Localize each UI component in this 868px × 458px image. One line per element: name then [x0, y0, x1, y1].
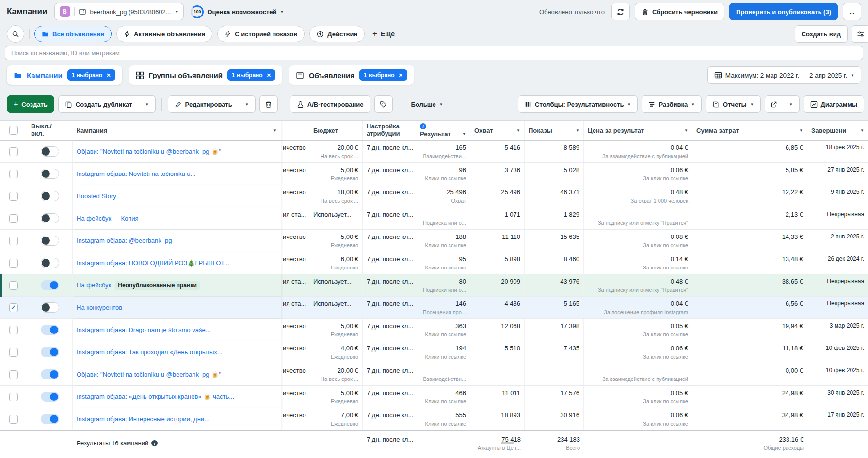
create-view-button[interactable]: Создать вид: [795, 25, 848, 43]
header-ends[interactable]: Завершени▼: [807, 121, 868, 140]
columns-button[interactable]: Столбцы: Результативность ▼: [518, 95, 638, 113]
campaign-name-link[interactable]: Објави: "Noviteti na točioniku u @beerba…: [77, 148, 221, 155]
tab-ads[interactable]: Объявления 1 выбрано✕: [289, 65, 414, 85]
campaign-name-link[interactable]: Instagram објава: Noviteti na točioniku …: [77, 170, 195, 177]
close-icon[interactable]: ✕: [106, 72, 111, 79]
table-row[interactable]: ✓ Instagram објава: «День открытых крано…: [0, 386, 868, 408]
opportunity-score[interactable]: 100 Оценка возможностей ▼: [191, 5, 284, 18]
campaign-name-link[interactable]: Instagram објава: НОВОГОДНИЙ РОЗ🎄ГРЫШ ОТ…: [77, 259, 229, 267]
row-checkbox[interactable]: ✓: [9, 214, 18, 223]
campaign-name-link[interactable]: Instagram објава: «День открытых кранов»…: [77, 393, 234, 400]
header-campaign[interactable]: Кампания▼: [73, 121, 281, 140]
breakdown-button[interactable]: Разбивка ▼: [642, 95, 702, 113]
row-checkbox[interactable]: ✓: [9, 237, 18, 245]
export-dropdown-button[interactable]: ▼: [783, 95, 800, 113]
header-impressions[interactable]: Показы▼: [525, 121, 584, 140]
campaign-name-link[interactable]: На конкурентов: [77, 304, 122, 311]
row-checkbox[interactable]: ✓: [9, 192, 18, 201]
review-publish-button[interactable]: Проверить и опубликовать (3): [729, 3, 838, 20]
campaign-name-link[interactable]: На фейсбук: [77, 282, 111, 289]
table-row[interactable]: ✓ Instagram објава: Так проходил «День о…: [0, 341, 868, 363]
selected-badge[interactable]: 1 выбрано✕: [359, 69, 407, 81]
table-row[interactable]: ✓ Instagram објава: НОВОГОДНИЙ РОЗ🎄ГРЫШ …: [0, 252, 868, 274]
select-all-checkbox[interactable]: ✓: [9, 126, 18, 135]
row-checkbox[interactable]: ✓: [9, 303, 18, 312]
charts-button[interactable]: Диаграммы: [804, 95, 864, 113]
close-icon[interactable]: ✕: [267, 72, 271, 79]
campaign-name-link[interactable]: На фейсбук — Копия: [77, 215, 139, 222]
row-checkbox[interactable]: ✓: [9, 259, 18, 268]
close-icon[interactable]: ✕: [399, 72, 403, 79]
campaign-name-link[interactable]: Објави: "Noviteti na točioniku u @beerba…: [77, 371, 221, 378]
table-row[interactable]: ✓ Instagram објава: Drago nam je što smo…: [0, 319, 868, 341]
row-checkbox[interactable]: ✓: [9, 147, 18, 156]
campaign-name-link[interactable]: Instagram објава: Drago nam je što smo v…: [77, 326, 211, 333]
row-toggle[interactable]: [41, 392, 59, 402]
header-result[interactable]: i Результат▼: [416, 121, 470, 140]
table-row[interactable]: ✓ На конкурентов ия ста... Использует...…: [0, 297, 868, 319]
edit-button[interactable]: Редактировать: [168, 95, 239, 113]
create-button[interactable]: + Создать: [7, 95, 54, 113]
ab-test-button[interactable]: A/B-тестирование: [290, 95, 370, 113]
row-toggle[interactable]: [41, 302, 59, 313]
row-toggle[interactable]: [41, 169, 59, 179]
table-row[interactable]: ✓ Boosted Story ичество 18,00 €На весь с…: [0, 185, 868, 207]
header-reach[interactable]: Охват▼: [470, 121, 525, 140]
row-toggle[interactable]: [41, 414, 59, 424]
filter-pill-had-delivery[interactable]: С историей показов: [217, 26, 305, 42]
info-icon[interactable]: i: [151, 440, 158, 446]
header-budget[interactable]: Бюджет: [309, 121, 363, 140]
delete-button[interactable]: [259, 95, 278, 113]
table-row[interactable]: ✓ Објави: "Noviteti na točioniku u @beer…: [0, 363, 868, 386]
search-filter-button[interactable]: [7, 25, 24, 43]
view-settings-button[interactable]: [852, 25, 868, 43]
more-filters-button[interactable]: + Ещё: [370, 29, 398, 39]
table-row[interactable]: ✓ На фейсбук — Копия ия ста... Используе…: [0, 207, 868, 230]
search-input[interactable]: [5, 46, 863, 60]
table-row[interactable]: ✓ Instagram објава: @beerbank_pg ичество…: [0, 230, 868, 252]
account-selector[interactable]: B beerbank_pg (9503780602... ▼: [54, 3, 184, 20]
row-toggle[interactable]: [41, 213, 59, 223]
refresh-button[interactable]: [611, 3, 630, 20]
duplicate-dropdown-button[interactable]: ▼: [139, 95, 156, 113]
table-row[interactable]: ✓ Објави: "Noviteti na točioniku u @beer…: [0, 141, 868, 163]
row-toggle[interactable]: [41, 280, 59, 290]
info-icon[interactable]: i: [420, 123, 426, 129]
filter-pill-active-ads[interactable]: Активные объявления: [116, 26, 212, 42]
row-checkbox[interactable]: ✓: [9, 370, 18, 379]
campaign-name-link[interactable]: Instagram објава: Интересные истории, дн…: [77, 415, 209, 423]
table-row[interactable]: ✓ Instagram објава: Noviteti na točionik…: [0, 163, 868, 185]
more-options-button[interactable]: ...: [843, 3, 861, 20]
tab-campaigns[interactable]: Кампании 1 выбрано✕: [7, 65, 122, 85]
row-checkbox[interactable]: ✓: [9, 415, 18, 424]
reports-button[interactable]: Отчеты ▼: [706, 95, 760, 113]
row-checkbox[interactable]: ✓: [9, 281, 18, 290]
row-toggle[interactable]: [41, 369, 59, 379]
row-checkbox[interactable]: ✓: [9, 393, 18, 401]
header-amount-spent[interactable]: Сумма затрат▼: [692, 121, 807, 140]
tab-adsets[interactable]: Группы объявлений 1 выбрано✕: [129, 65, 282, 85]
row-checkbox[interactable]: ✓: [9, 326, 18, 334]
row-toggle[interactable]: [41, 258, 59, 268]
row-toggle[interactable]: [41, 146, 59, 157]
date-range-selector[interactable]: Максимум: 2 мар 2022 г. — 2 апр 2025 г. …: [707, 66, 861, 84]
campaign-name-link[interactable]: Instagram објава: Так проходил «День отк…: [77, 348, 223, 356]
table-row[interactable]: ✓ На фейсбук Неопубликованные правки ия …: [0, 274, 868, 297]
campaign-name-link[interactable]: Boosted Story: [77, 192, 116, 200]
filter-pill-actions[interactable]: Действия: [309, 26, 365, 42]
more-actions-button[interactable]: Больше ▼: [405, 95, 450, 113]
export-button[interactable]: [765, 95, 783, 113]
row-toggle[interactable]: [41, 236, 59, 246]
campaign-name-link[interactable]: Instagram објава: @beerbank_pg: [77, 237, 172, 244]
row-toggle[interactable]: [41, 325, 59, 335]
selected-badge[interactable]: 1 выбрано✕: [67, 69, 115, 81]
edit-dropdown-button[interactable]: ▼: [239, 95, 256, 113]
header-cost-per-result[interactable]: Цена за результат▼: [584, 121, 692, 140]
table-row[interactable]: ✓ Instagram објава: Интересные истории, …: [0, 408, 868, 430]
row-toggle[interactable]: [41, 191, 59, 201]
header-attribution[interactable]: Настройка атрибуции: [363, 121, 416, 140]
row-toggle[interactable]: [41, 347, 59, 357]
row-checkbox[interactable]: ✓: [9, 170, 18, 178]
selected-badge[interactable]: 1 выбрано✕: [227, 69, 275, 81]
discard-drafts-button[interactable]: Сбросить черновики: [635, 3, 724, 20]
